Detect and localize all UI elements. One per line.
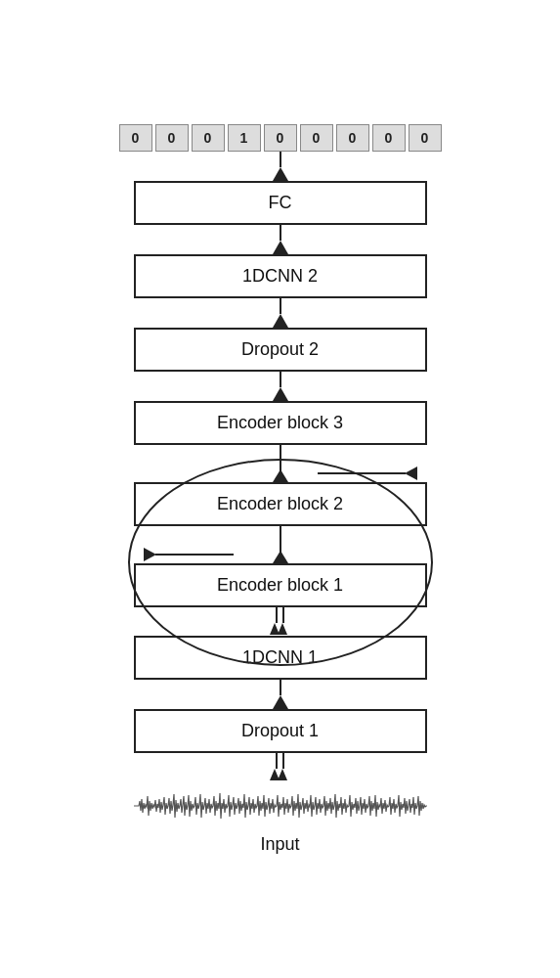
arrow-fc-to-cnn2 bbox=[273, 225, 288, 254]
arrow-cnn2-to-dropout2 bbox=[273, 298, 288, 328]
binary-cell-6: 0 bbox=[336, 124, 369, 152]
binary-cell-0: 0 bbox=[119, 124, 152, 152]
encoder1-block: Encoder block 1 bbox=[134, 563, 427, 607]
arrow-output-to-fc bbox=[273, 152, 288, 181]
output-binary-row: 0 0 0 1 0 0 0 0 0 bbox=[119, 124, 442, 152]
cnn2-block: 1DCNN 2 bbox=[134, 254, 427, 298]
arrow-enc1-to-cnn1 bbox=[270, 607, 291, 636]
binary-cell-8: 0 bbox=[409, 124, 442, 152]
dropout1-block: Dropout 1 bbox=[134, 709, 427, 753]
arrow-cnn1-to-dropout1 bbox=[273, 680, 288, 709]
binary-cell-7: 0 bbox=[372, 124, 406, 152]
dropout2-block: Dropout 2 bbox=[134, 328, 427, 372]
binary-cell-1: 0 bbox=[155, 124, 189, 152]
binary-cell-4: 0 bbox=[264, 124, 297, 152]
waveform-svg bbox=[134, 781, 427, 830]
input-label: Input bbox=[260, 834, 299, 855]
arrow-input-to-dropout1 bbox=[270, 753, 291, 781]
encoder3-block: Encoder block 3 bbox=[134, 401, 427, 445]
input-waveform bbox=[134, 781, 427, 830]
encoder2-block: Encoder block 2 bbox=[134, 482, 427, 526]
cnn1-block: 1DCNN 1 bbox=[134, 636, 427, 680]
arrow-dropout2-to-enc3 bbox=[273, 372, 288, 401]
binary-cell-5: 0 bbox=[300, 124, 333, 152]
architecture-diagram: 0 0 0 1 0 0 0 0 0 FC 1DCNN 2 Dropout 2 E… bbox=[46, 124, 515, 855]
encoder-section: Encoder block 2 Encoder block 1 bbox=[75, 445, 486, 607]
binary-cell-3: 1 bbox=[228, 124, 261, 152]
binary-cell-2: 0 bbox=[192, 124, 225, 152]
fc-block: FC bbox=[134, 181, 427, 225]
